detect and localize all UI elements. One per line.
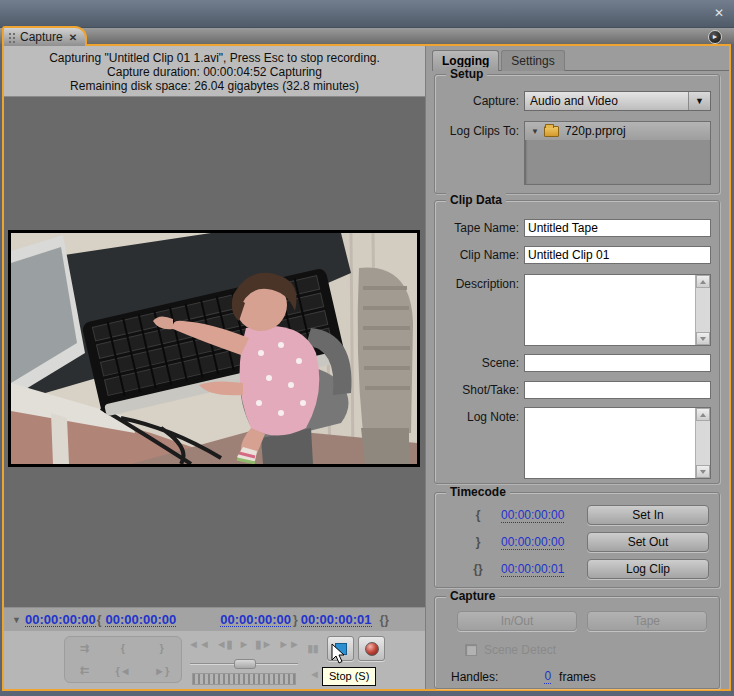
previous-scene-button[interactable]: ⇇: [65, 660, 104, 683]
play-button[interactable]: ►: [239, 638, 250, 651]
window-close-icon[interactable]: ✕: [714, 6, 724, 20]
expander-icon[interactable]: ▼: [12, 615, 21, 625]
timecode-bar: ▼ 00:00:00:00 { 00:00:00:00 00:00:00:00 …: [4, 607, 425, 631]
scroll-up-icon[interactable]: [696, 275, 710, 288]
duration-timecode-link[interactable]: 00:00:00:01: [301, 613, 372, 627]
video-area: [4, 97, 425, 607]
capture-mode-dropdown[interactable]: Audio and Video ▼: [524, 91, 711, 111]
next-scene-button[interactable]: ⇉: [65, 637, 104, 660]
tape-name-label: Tape Name:: [441, 221, 519, 235]
preview-pane: Capturing "Untitled Clip 01 1.avi", Pres…: [4, 46, 425, 689]
scene-detect-label: Scene Detect: [484, 643, 556, 657]
mouse-cursor: [331, 643, 346, 665]
capture-group: Capture In/Out Tape Scene Detect Handles…: [434, 596, 720, 689]
out-point-icon: }: [471, 535, 485, 549]
description-scrollbar[interactable]: [695, 275, 710, 345]
scene-detect-checkbox[interactable]: [465, 644, 477, 656]
tree-item-label: 720p.prproj: [565, 124, 626, 138]
in-point-icon: {: [471, 508, 485, 522]
shuttle-slider[interactable]: [190, 659, 298, 669]
panel-menu-button[interactable]: ►: [708, 30, 722, 44]
set-out-button[interactable]: }: [142, 637, 181, 660]
scroll-up-icon[interactable]: [696, 408, 710, 421]
clip-data-group: Clip Data Tape Name: Clip Name: Descript…: [434, 200, 720, 484]
capture-in-out-button[interactable]: In/Out: [457, 611, 577, 631]
status-line-2: Capture duration: 00:00:04:52 Capturing: [4, 65, 425, 79]
current-timecode-link[interactable]: 00:00:00:00: [25, 613, 96, 627]
set-in-button[interactable]: {: [104, 637, 143, 660]
tape-name-field[interactable]: [524, 219, 711, 237]
video-image: [11, 233, 417, 464]
description-label: Description:: [441, 274, 519, 291]
tab-capture[interactable]: Capture ✕: [2, 26, 87, 46]
goto-out-button[interactable]: ►}: [142, 660, 181, 683]
log-note-label: Log Note:: [441, 407, 519, 424]
capture-window: ✕ Capture ✕ ► Capturing "Untitled Clip 0…: [0, 0, 734, 696]
capture-status: Capturing "Untitled Clip 01 1.avi", Pres…: [4, 46, 425, 97]
capture-mode-value: Audio and Video: [525, 94, 688, 108]
log-clips-tree: ▼ 720p.prproj: [524, 121, 711, 185]
out-timecode-link[interactable]: 00:00:00:00: [501, 535, 587, 549]
tree-disclosure-icon[interactable]: ▼: [531, 127, 539, 136]
log-clips-label: Log Clips To:: [441, 121, 519, 138]
in-point-icon: {: [97, 613, 102, 627]
clip-name-field[interactable]: [524, 246, 711, 264]
set-in-button[interactable]: Set In: [587, 505, 709, 525]
panel-tabstrip: [0, 27, 734, 44]
handles-value-link[interactable]: 0: [544, 669, 551, 684]
in-timecode-link[interactable]: 00:00:00:00: [501, 508, 587, 522]
scroll-down-icon[interactable]: [696, 332, 710, 345]
goto-in-button[interactable]: {◄: [104, 660, 143, 683]
chevron-down-icon[interactable]: ▼: [688, 92, 710, 110]
capture-tape-button[interactable]: Tape: [587, 611, 707, 631]
scene-field[interactable]: [524, 354, 711, 372]
record-icon: [365, 642, 379, 656]
stop-tooltip: Stop (S): [322, 667, 376, 686]
handles-frames-label: frames: [559, 670, 596, 684]
tab-capture-label: Capture: [20, 30, 63, 44]
rewind-button[interactable]: ◄◄: [188, 638, 210, 651]
in-timecode-link[interactable]: 00:00:00:00: [105, 613, 176, 627]
shot-take-field[interactable]: [524, 381, 711, 399]
playback-button-row: ◄◄ ◄▮ ► ▮► ►►: [188, 638, 300, 651]
log-clip-button[interactable]: Log Clip: [587, 559, 709, 579]
shot-take-label: Shot/Take:: [441, 383, 519, 397]
clip-name-label: Clip Name:: [441, 248, 519, 262]
capture-group-title: Capture: [446, 589, 499, 603]
logging-pane: Logging Settings Setup Capture: Audio an…: [425, 46, 729, 689]
capture-mode-label: Capture:: [441, 94, 519, 108]
video-preview: [8, 230, 420, 467]
scene-label: Scene:: [441, 356, 519, 370]
timecode-group: Timecode { 00:00:00:00 Set In } 00:00:00…: [434, 492, 720, 588]
tree-item-project[interactable]: ▼ 720p.prproj: [525, 122, 710, 140]
fast-forward-button[interactable]: ►►: [278, 638, 300, 651]
scroll-down-icon[interactable]: [696, 465, 710, 478]
folder-icon: [544, 126, 559, 137]
handles-label: Handles:: [451, 670, 498, 684]
slow-reverse-button[interactable]: ◄: [309, 668, 320, 680]
clip-data-group-title: Clip Data: [446, 193, 506, 207]
capture-panel: Capturing "Untitled Clip 01 1.avi", Pres…: [2, 44, 731, 691]
step-forward-button[interactable]: ▮►: [255, 638, 272, 651]
set-out-button[interactable]: Set Out: [587, 532, 709, 552]
transport-controls: ⇉ { } ⇇ {◄ ►} ◄◄ ◄▮ ► ▮► ►►: [4, 631, 425, 689]
tab-settings[interactable]: Settings: [501, 50, 564, 71]
shuttle-thumb[interactable]: [234, 659, 256, 669]
duration-icon: {}: [380, 613, 389, 627]
step-back-button[interactable]: ◄▮: [216, 638, 233, 651]
log-note-scrollbar[interactable]: [695, 408, 710, 478]
status-line-3: Remaining disk space: 26.04 gigabytes (3…: [4, 79, 425, 93]
record-button[interactable]: [358, 636, 385, 661]
grip-icon: [8, 32, 16, 44]
tab-close-icon[interactable]: ✕: [69, 32, 77, 43]
out-timecode-link[interactable]: 00:00:00:00: [220, 613, 291, 627]
jog-wheel[interactable]: [192, 673, 296, 685]
setup-group-title: Setup: [446, 67, 487, 81]
log-note-field[interactable]: [524, 407, 711, 479]
duration-icon: {}: [471, 562, 485, 576]
status-line-1: Capturing "Untitled Clip 01 1.avi", Pres…: [4, 51, 425, 65]
edit-button-group: ⇉ { } ⇇ {◄ ►}: [64, 636, 182, 683]
pause-button[interactable]: ▮▮: [303, 638, 323, 660]
description-field[interactable]: [524, 274, 711, 346]
duration-timecode-link[interactable]: 00:00:00:01: [501, 562, 587, 576]
